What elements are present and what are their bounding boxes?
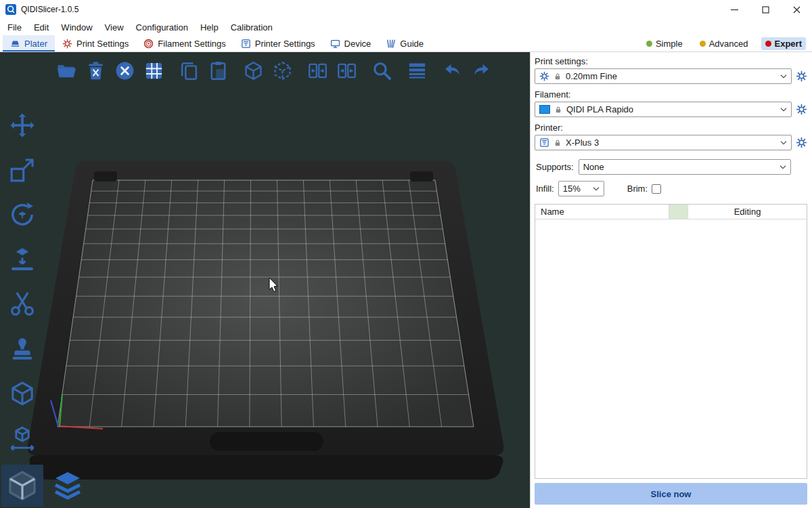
tab-printer-settings[interactable]: Printer Settings: [233, 35, 323, 51]
scale-to-fit-button[interactable]: [5, 423, 39, 453]
infill-combo[interactable]: 15%: [558, 181, 604, 196]
undo-button[interactable]: [440, 59, 464, 83]
cut-button[interactable]: [5, 289, 39, 319]
measure-icon: [9, 380, 36, 407]
add-instance-icon: [243, 60, 264, 81]
menu-view[interactable]: View: [99, 20, 130, 35]
menu-file[interactable]: File: [1, 20, 28, 35]
editor-view-cube-icon: [6, 469, 39, 502]
tab-guide-label: Guide: [400, 39, 424, 49]
menubar: File Edit Window View Configuration Help…: [0, 19, 812, 35]
object-list-body[interactable]: [535, 219, 807, 478]
tab-print-settings-label: Print Settings: [76, 39, 129, 49]
supports-label: Supports:: [536, 162, 574, 172]
rotate-icon: [9, 201, 36, 228]
bed-handle-notch: [210, 432, 323, 451]
close-icon: [793, 6, 800, 14]
menu-configuration[interactable]: Configuration: [130, 20, 194, 35]
close-button[interactable]: [781, 0, 812, 19]
filament-combo[interactable]: QIDI PLA Rapido: [535, 102, 792, 117]
printer-combo[interactable]: X-Plus 3: [535, 135, 792, 150]
search-button[interactable]: [369, 59, 394, 83]
mode-advanced[interactable]: Advanced: [696, 37, 752, 50]
mode-expert[interactable]: Expert: [761, 37, 806, 50]
bed-clip-right: [410, 171, 433, 182]
printer-icon: [241, 39, 251, 49]
supports-combo[interactable]: None: [579, 159, 791, 175]
menu-edit[interactable]: Edit: [28, 20, 55, 35]
tab-print-settings[interactable]: Print Settings: [55, 35, 136, 51]
tab-filament-settings-label: Filament Settings: [158, 39, 225, 49]
add-instance-button[interactable]: [241, 59, 265, 83]
lock-icon: [554, 106, 562, 114]
column-header-extruder: [669, 205, 688, 219]
infill-label: Infill:: [536, 184, 554, 194]
filament-gear-button[interactable]: [796, 104, 807, 115]
arrange-button[interactable]: [141, 59, 166, 83]
delete-button[interactable]: [83, 59, 108, 83]
minimize-button[interactable]: [719, 0, 750, 19]
tab-plater[interactable]: Plater: [3, 35, 55, 51]
menu-help[interactable]: Help: [194, 20, 225, 35]
print-settings-combo[interactable]: 0.20mm Fine: [535, 68, 792, 84]
scale-button[interactable]: [5, 155, 39, 185]
infill-value: 15%: [563, 184, 581, 194]
maximize-button[interactable]: [750, 0, 781, 19]
place-on-face-icon: [9, 246, 36, 273]
mode-simple[interactable]: Simple: [642, 37, 687, 50]
search-icon: [371, 60, 392, 81]
filament-label: Filament:: [535, 89, 807, 100]
remove-instance-button[interactable]: [270, 59, 294, 83]
chevron-down-icon: [780, 141, 787, 145]
print-settings-gear-button[interactable]: [796, 70, 807, 82]
variable-layer-height-icon: [407, 60, 428, 81]
chevron-down-icon: [780, 75, 787, 79]
simple-mode-dot-icon: [646, 41, 652, 47]
measure-button[interactable]: [5, 379, 39, 408]
advanced-mode-dot-icon: [700, 41, 706, 47]
preview-view-button[interactable]: [47, 465, 89, 507]
delete-icon: [85, 60, 106, 81]
viewport-3d[interactable]: [0, 52, 530, 508]
delete-all-button[interactable]: [112, 59, 137, 83]
printer-gear-button[interactable]: [796, 137, 807, 148]
support-paint-button[interactable]: [5, 334, 39, 364]
expert-mode-dot-icon: [765, 41, 771, 47]
slice-now-button[interactable]: Slice now: [535, 483, 807, 505]
filament-value: QIDI PLA Rapido: [566, 104, 633, 114]
titlebar: QIDISlicer-1.0.5: [0, 0, 812, 19]
menu-calibration[interactable]: Calibration: [225, 20, 279, 35]
tab-device[interactable]: Device: [323, 35, 379, 51]
window-title: QIDISlicer-1.0.5: [21, 5, 78, 14]
paste-button[interactable]: [206, 59, 230, 83]
editor-view-button[interactable]: [1, 465, 43, 507]
chevron-down-icon: [780, 165, 786, 169]
tab-device-label: Device: [344, 39, 371, 49]
redo-button[interactable]: [469, 59, 493, 83]
split-parts-button[interactable]: [334, 59, 359, 83]
lock-icon: [554, 139, 562, 147]
view-switcher: [1, 465, 89, 507]
variable-layer-height-button[interactable]: [405, 59, 429, 83]
chevron-down-icon: [780, 108, 787, 112]
tab-guide[interactable]: Guide: [378, 35, 431, 51]
brim-label: Brim:: [627, 184, 648, 194]
maximize-icon: [762, 6, 769, 14]
brim-checkbox[interactable]: [652, 184, 661, 194]
place-on-face-button[interactable]: [5, 245, 39, 274]
copy-button[interactable]: [177, 59, 201, 83]
gizmo-toolbar: [5, 110, 39, 453]
menu-window[interactable]: Window: [55, 20, 98, 35]
open-icon: [56, 60, 77, 81]
move-button[interactable]: [5, 110, 39, 140]
object-list-header: Name Editing: [535, 205, 807, 219]
rotate-button[interactable]: [5, 200, 39, 230]
split-objects-button[interactable]: [305, 59, 330, 83]
open-button[interactable]: [54, 59, 78, 83]
delete-all-icon: [114, 60, 135, 81]
viewport-toolbar: [47, 52, 500, 89]
undo-icon: [442, 60, 463, 81]
bed-front-face: [29, 455, 503, 480]
build-plate: [58, 180, 474, 427]
tab-filament-settings[interactable]: Filament Settings: [136, 35, 233, 51]
